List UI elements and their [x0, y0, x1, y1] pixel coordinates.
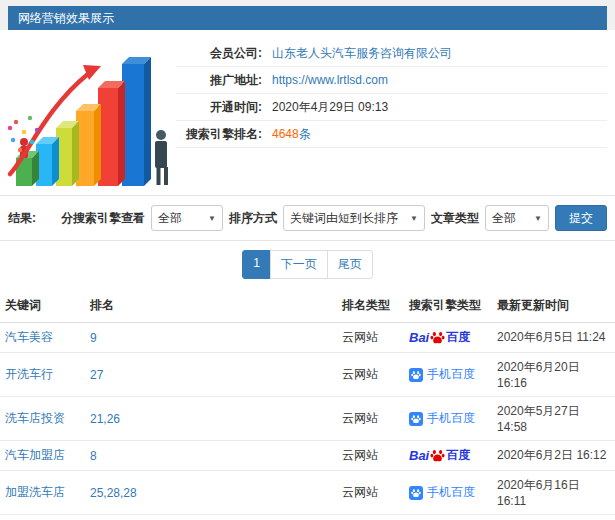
- sort-label: 排序方式: [229, 210, 277, 227]
- info-row-url: 推广地址: https://www.lrtlsd.com: [176, 67, 607, 94]
- result-section-label: 结果:: [8, 210, 36, 227]
- update-time: 2020年6月20日 16:16: [497, 360, 580, 390]
- rank-count-unit: 条: [299, 127, 311, 141]
- rank-type: 云网站: [342, 485, 378, 499]
- keyword-link[interactable]: 加盟洗车店: [5, 485, 65, 499]
- info-row-rank-count: 搜索引擎排名: 4648条: [176, 121, 607, 148]
- rank-type: 云网站: [342, 367, 378, 381]
- page-title: 网络营销效果展示: [18, 11, 114, 25]
- mobile-baidu-logo: 手机百度: [409, 484, 475, 501]
- baidu-logo-text: Bai: [409, 330, 429, 345]
- col-header-rank-type: 排名类型: [337, 289, 404, 323]
- engine-filter-value: 全部: [158, 210, 182, 227]
- info-panel: 会员公司: 山东老人头汽车服务咨询有限公司 推广地址: https://www.…: [0, 30, 615, 195]
- page-header: 网络营销效果展示: [8, 6, 607, 30]
- keyword-link[interactable]: 汽车美容: [5, 330, 53, 344]
- company-info: 会员公司: 山东老人头汽车服务咨询有限公司 推广地址: https://www.…: [176, 36, 607, 191]
- rank-type: 云网站: [342, 448, 378, 462]
- article-type-label: 文章类型: [431, 210, 479, 227]
- baidu-logo-cn: 百度: [446, 447, 470, 464]
- company-link[interactable]: 山东老人头汽车服务咨询有限公司: [272, 45, 452, 62]
- rank-type: 云网站: [342, 330, 378, 344]
- table-row: 加盟洗车店 25,28,28 云网站 手机百度: [0, 471, 615, 515]
- rank-type: 云网站: [342, 411, 378, 425]
- table-body: 汽车美容 9 云网站 Bai 百度 2020年6月5日 11: [0, 323, 615, 520]
- submit-button[interactable]: 提交: [555, 205, 607, 231]
- keyword-link[interactable]: 洗车店投资: [5, 411, 65, 425]
- engine-filter-select[interactable]: 全部 ▼: [151, 205, 223, 231]
- rank-value: 25,28,28: [90, 486, 137, 500]
- update-time: 2020年5月27日 14:58: [497, 404, 580, 434]
- baidu-logo: Bai 百度: [409, 447, 470, 464]
- promo-url-label: 推广地址:: [176, 72, 272, 89]
- mobile-baidu-logo: 手机百度: [409, 366, 475, 383]
- company-label: 会员公司:: [176, 45, 272, 62]
- chevron-down-icon: ▼: [208, 214, 216, 223]
- table-row: 开洗车行 27 云网站 手机百度: [0, 353, 615, 397]
- table-row: 汽车加盟店 8 云网站 Bai 百度 2020年6月2日 1: [0, 441, 615, 471]
- pagination: 1 下一页 尾页: [0, 241, 615, 289]
- mobile-baidu-icon: [409, 412, 423, 426]
- filter-controls: 分搜索引擎查看 全部 ▼ 排序方式 关键词由短到长排序 ▼ 文章类型 全部 ▼ …: [61, 205, 607, 231]
- rank-value: 21,26: [90, 412, 120, 426]
- next-page-button[interactable]: 下一页: [270, 250, 328, 279]
- promo-url-link[interactable]: https://www.lrtlsd.com: [272, 73, 388, 87]
- engine-filter-label: 分搜索引擎查看: [61, 210, 145, 227]
- info-row-company: 会员公司: 山东老人头汽车服务咨询有限公司: [176, 40, 607, 67]
- table-row: 洗车赚钱吗 30 云网站 手机百度: [0, 515, 615, 520]
- col-header-engine-type: 搜索引擎类型: [404, 289, 492, 323]
- sort-value: 关键词由短到长排序: [290, 210, 398, 227]
- mobile-baidu-logo: 手机百度: [409, 410, 475, 427]
- table-header-row: 关键词 排名 排名类型 搜索引擎类型 最新更新时间: [0, 289, 615, 323]
- rank-value: 8: [90, 449, 97, 463]
- rank-value: 9: [90, 331, 97, 345]
- article-type-value: 全部: [492, 210, 516, 227]
- baidu-paw-icon: [430, 330, 445, 345]
- mobile-baidu-icon: [409, 486, 423, 500]
- last-page-button[interactable]: 尾页: [327, 250, 373, 279]
- mobile-baidu-label: 手机百度: [427, 410, 475, 427]
- mobile-baidu-icon: [409, 368, 423, 382]
- article-type-select[interactable]: 全部 ▼: [485, 205, 549, 231]
- update-time: 2020年6月5日 11:24: [497, 330, 606, 344]
- mobile-baidu-label: 手机百度: [427, 366, 475, 383]
- update-time: 2020年6月16日 16:11: [497, 478, 580, 508]
- filter-bar: 结果: 分搜索引擎查看 全部 ▼ 排序方式 关键词由短到长排序 ▼ 文章类型 全…: [0, 195, 615, 241]
- update-time: 2020年6月2日 16:12: [497, 448, 606, 462]
- chevron-down-icon: ▼: [410, 214, 418, 223]
- rank-count-value: 4648: [272, 127, 299, 141]
- page-header-strip: 网络营销效果展示: [0, 0, 615, 30]
- baidu-logo: Bai 百度: [409, 329, 470, 346]
- col-header-keyword: 关键词: [0, 289, 85, 323]
- baidu-logo-cn: 百度: [446, 329, 470, 346]
- rank-count-label: 搜索引擎排名:: [176, 126, 272, 143]
- rank-value: 27: [90, 368, 103, 382]
- keyword-link[interactable]: 汽车加盟店: [5, 448, 65, 462]
- table-row: 洗车店投资 21,26 云网站 手机百度: [0, 397, 615, 441]
- info-row-open-time: 开通时间: 2020年4月29日 09:13: [176, 94, 607, 121]
- chart-illustration: [4, 36, 176, 191]
- baidu-logo-text: Bai: [409, 448, 429, 463]
- mobile-baidu-label: 手机百度: [427, 484, 475, 501]
- col-header-rank: 排名: [85, 289, 337, 323]
- ranking-table: 关键词 排名 排名类型 搜索引擎类型 最新更新时间 汽车美容 9 云网站 Bai: [0, 289, 615, 520]
- open-time-label: 开通时间:: [176, 99, 272, 116]
- table-row: 汽车美容 9 云网站 Bai 百度 2020年6月5日 11: [0, 323, 615, 353]
- open-time-value: 2020年4月29日 09:13: [272, 99, 388, 116]
- bar-chart-graphic: [4, 36, 176, 188]
- baidu-paw-icon: [430, 448, 445, 463]
- col-header-update-time: 最新更新时间: [492, 289, 615, 323]
- chevron-down-icon: ▼: [534, 214, 542, 223]
- page-1-button[interactable]: 1: [242, 250, 271, 279]
- keyword-link[interactable]: 开洗车行: [5, 367, 53, 381]
- sort-select[interactable]: 关键词由短到长排序 ▼: [283, 205, 425, 231]
